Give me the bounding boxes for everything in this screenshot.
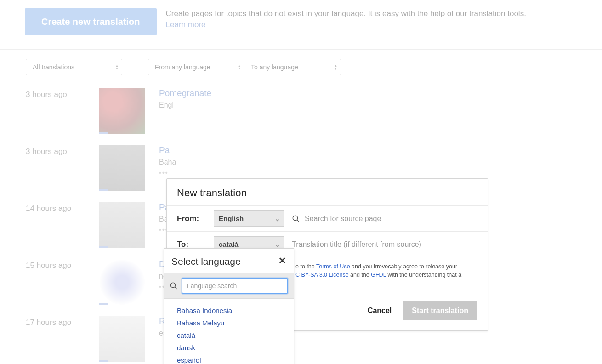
- close-icon[interactable]: ✕: [278, 255, 286, 266]
- svg-point-2: [170, 283, 176, 288]
- dialog-title: New translation: [167, 179, 488, 205]
- language-option[interactable]: Bahasa Melayu: [177, 317, 281, 329]
- legal-fragment: and the: [349, 272, 371, 278]
- to-label: To:: [177, 240, 206, 249]
- source-page-input[interactable]: [305, 215, 477, 223]
- entry-title[interactable]: Pa: [159, 145, 576, 155]
- from-label: From:: [177, 214, 206, 223]
- language-option[interactable]: español: [177, 354, 281, 364]
- select-language-popover: Select language ✕ Bahasa IndonesiaBahasa…: [164, 248, 294, 364]
- entry-dots-icon[interactable]: •••: [159, 169, 576, 176]
- cancel-button[interactable]: Cancel: [368, 307, 392, 315]
- create-new-translation-button[interactable]: Create new translation: [25, 8, 157, 35]
- from-language-select[interactable]: English ⌄: [214, 210, 284, 227]
- search-icon: [170, 282, 178, 290]
- updown-icon: ▴▾: [116, 64, 118, 70]
- updown-icon: ▴▾: [238, 64, 240, 70]
- legal-fragment: and you irrevocably agree to release you…: [350, 263, 457, 270]
- entry-time: 14 hours ago: [26, 202, 85, 248]
- entry-time: 17 hours ago: [26, 316, 85, 362]
- language-popover-title: Select language: [171, 255, 241, 267]
- entry-time: 3 hours ago: [26, 145, 85, 191]
- entry-title[interactable]: Pomegranate: [159, 88, 576, 98]
- search-icon: [292, 215, 300, 223]
- filter-all-translations[interactable]: All translations ▴▾: [26, 59, 122, 75]
- entry-time: 3 hours ago: [26, 88, 85, 134]
- chevron-down-icon: ⌄: [275, 215, 280, 222]
- entry-languages: Baha: [159, 158, 576, 166]
- entry-thumbnail[interactable]: [99, 259, 145, 305]
- svg-line-3: [175, 287, 177, 290]
- filter-all-label: All translations: [33, 63, 74, 71]
- entry-time: 15 hours ago: [26, 259, 85, 305]
- to-language-value: català: [219, 240, 239, 248]
- chevron-down-icon: ⌄: [275, 241, 280, 248]
- start-translation-button[interactable]: Start translation: [403, 301, 477, 320]
- language-option[interactable]: català: [177, 329, 281, 341]
- header-description: Create pages for topics that do not exis…: [166, 8, 526, 30]
- filter-to-language[interactable]: To any language ▴▾: [244, 59, 341, 75]
- learn-more-link[interactable]: Learn more: [166, 20, 206, 29]
- gfdl-link[interactable]: GFDL: [371, 272, 386, 278]
- entry-languages: Engl: [159, 101, 576, 109]
- filter-to-label: To any language: [251, 63, 298, 71]
- legal-fragment: e to the: [295, 263, 316, 270]
- translation-entry: 3 hours agoPomegranateEngl: [26, 88, 576, 134]
- updown-icon: ▴▾: [335, 64, 337, 70]
- entry-thumbnail[interactable]: [99, 88, 145, 134]
- language-option[interactable]: dansk: [177, 341, 281, 354]
- language-option[interactable]: Bahasa Indonesia: [177, 304, 281, 317]
- terms-link[interactable]: Terms of Use: [316, 263, 350, 270]
- entry-thumbnail[interactable]: [99, 316, 145, 362]
- translation-title-input[interactable]: [292, 240, 477, 249]
- language-search-input[interactable]: [182, 278, 288, 294]
- svg-point-0: [293, 216, 298, 221]
- entry-thumbnail[interactable]: [99, 145, 145, 191]
- from-language-value: English: [219, 215, 244, 222]
- header-description-text: Create pages for topics that do not exis…: [166, 9, 526, 18]
- cc-license-link[interactable]: C BY-SA 3.0 License: [295, 272, 349, 278]
- filter-from-language[interactable]: From any language ▴▾: [148, 59, 244, 75]
- entry-thumbnail[interactable]: [99, 202, 145, 248]
- filter-from-label: From any language: [155, 63, 210, 71]
- svg-line-1: [297, 220, 299, 222]
